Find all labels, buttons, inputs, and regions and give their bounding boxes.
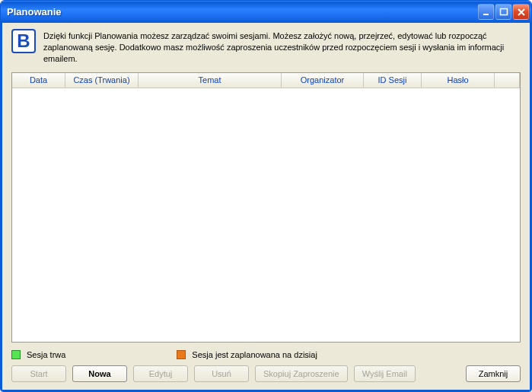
close-icon[interactable] (513, 4, 529, 20)
col-header-3[interactable]: Organizator (282, 73, 364, 88)
button-row: Start Nowa Edytuj Usuń Skopiuj Zaproszen… (11, 365, 521, 382)
window-title: Planowanie (7, 6, 62, 18)
maximize-button[interactable] (495, 4, 511, 20)
col-header-0[interactable]: Data (12, 73, 65, 88)
app-icon-letter: B (17, 30, 30, 52)
planning-window: Planowanie B Dzięki funkcji Planowania m… (0, 0, 532, 392)
new-button[interactable]: Nowa (72, 365, 127, 382)
window-body: B Dzięki funkcji Planowania możesz zarzą… (1, 23, 531, 391)
col-header-1[interactable]: Czas (Trwania) (65, 73, 139, 88)
col-header-4[interactable]: ID Sesji (364, 73, 422, 88)
col-header-2[interactable]: Temat (139, 73, 282, 88)
delete-button: Usuń (194, 365, 249, 382)
close-button[interactable]: Zamknij (466, 365, 521, 382)
svg-rect-1 (500, 8, 507, 14)
start-button: Start (11, 365, 66, 382)
app-icon: B (11, 29, 36, 53)
legend-swatch-ongoing (11, 350, 21, 359)
table-body (12, 88, 520, 342)
table-header: DataCzas (Trwania)TematOrganizatorID Ses… (12, 73, 520, 88)
col-header-5[interactable]: Hasło (422, 73, 495, 88)
legend-label-today: Sesja jest zaplanowana na dzisiaj (192, 350, 317, 359)
legend-label-ongoing: Sesja trwa (27, 350, 65, 359)
legend-swatch-today (177, 350, 186, 359)
sessions-table: DataCzas (Trwania)TematOrganizatorID Ses… (11, 72, 521, 343)
titlebar: Planowanie (1, 1, 531, 23)
col-header-filler (495, 73, 520, 88)
send-email-button: Wyślij Email (354, 365, 416, 382)
legend: Sesja trwa Sesja jest zaplanowana na dzi… (11, 350, 521, 359)
intro-section: B Dzięki funkcji Planowania możesz zarzą… (11, 29, 521, 65)
edit-button: Edytuj (133, 365, 188, 382)
minimize-button[interactable] (478, 4, 494, 20)
intro-text: Dzięki funkcji Planowania możesz zarządz… (43, 29, 521, 65)
copy-invite-button: Skopiuj Zaproszenie (255, 365, 348, 382)
svg-rect-0 (483, 14, 489, 15)
